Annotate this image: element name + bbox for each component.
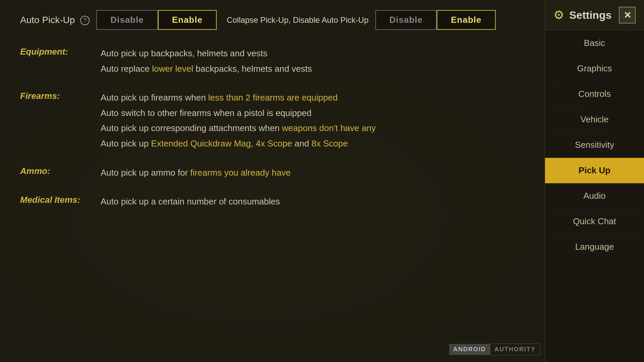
equipment-line-2: Auto replace lower level backpacks, helm… — [101, 62, 312, 76]
auto-pickup-label: Auto Pick-Up ? — [20, 15, 90, 25]
medical-info: Auto pick up a certain number of consuma… — [101, 195, 280, 209]
auto-pickup-enable-button[interactable]: Enable — [158, 10, 217, 30]
main-content: Auto Pick-Up ? Disable Enable Collapse P… — [0, 0, 545, 362]
auto-pickup-disable-button[interactable]: Disable — [96, 10, 158, 30]
auto-pickup-text: Auto Pick-Up — [20, 15, 75, 25]
watermark-android: ANDROID — [449, 344, 490, 355]
firearms-row: Firearms: Auto pick up firearms when les… — [20, 91, 524, 150]
firearms-line-1: Auto pick up firearms when less than 2 f… — [101, 91, 376, 105]
sidebar-item-controls[interactable]: Controls — [545, 81, 644, 107]
auto-pickup-group: Auto Pick-Up ? Disable Enable — [20, 10, 217, 30]
sidebar-item-vehicle[interactable]: Vehicle — [545, 107, 644, 132]
equipment-row: Equipment: Auto pick up backpacks, helme… — [20, 47, 524, 76]
close-button[interactable]: ✕ — [619, 7, 636, 23]
ammo-row: Ammo: Auto pick up ammo for firearms you… — [20, 166, 524, 180]
firearms-have-highlight: firearms you already have — [190, 168, 290, 178]
lower-level-highlight: lower level — [152, 64, 193, 74]
medical-section: Medical Items: Auto pick up a certain nu… — [20, 195, 524, 209]
extended-mag-highlight: Extended Quickdraw Mag, 4x Scope — [151, 138, 292, 148]
equipment-category: Equipment: — [20, 47, 87, 57]
equipment-line-1: Auto pick up backpacks, helmets and vest… — [101, 47, 312, 61]
medical-line-1: Auto pick up a certain number of consuma… — [101, 195, 280, 209]
ammo-category: Ammo: — [20, 166, 87, 176]
sidebar-item-pickup[interactable]: Pick Up — [545, 158, 644, 183]
top-controls-row: Auto Pick-Up ? Disable Enable Collapse P… — [20, 10, 524, 30]
medical-category: Medical Items: — [20, 195, 87, 205]
sidebar-item-language[interactable]: Language — [545, 234, 644, 260]
firearms-line-3: Auto pick up corresponding attachments w… — [101, 121, 376, 135]
collapse-pickup-group: Collapse Pick-Up, Disable Auto Pick-Up D… — [227, 10, 496, 30]
ammo-line-1: Auto pick up ammo for firearms you alrea… — [101, 166, 290, 180]
settings-title-group: ⚙ Settings — [553, 8, 611, 22]
ammo-section: Ammo: Auto pick up ammo for firearms you… — [20, 166, 524, 180]
sidebar-item-quick-chat[interactable]: Quick Chat — [545, 209, 644, 234]
watermark: ANDROID AUTHORITY — [449, 344, 540, 355]
sidebar-item-graphics[interactable]: Graphics — [545, 56, 644, 81]
auto-pickup-buttons: Disable Enable — [96, 10, 217, 30]
sidebar-item-basic[interactable]: Basic — [545, 31, 644, 56]
weapons-no-any-highlight: weapons don't have any — [282, 123, 376, 133]
8x-scope-highlight: 8x Scope — [312, 138, 348, 148]
equipment-info: Auto pick up backpacks, helmets and vest… — [101, 47, 312, 76]
sidebar-item-sensitivity[interactable]: Sensitivity — [545, 132, 644, 158]
collapse-pickup-label: Collapse Pick-Up, Disable Auto Pick-Up — [227, 15, 369, 25]
settings-title: Settings — [569, 9, 611, 21]
ammo-info: Auto pick up ammo for firearms you alrea… — [101, 166, 290, 180]
watermark-authority: AUTHORITY — [490, 344, 540, 355]
firearms-line-4: Auto pick up Extended Quickdraw Mag, 4x … — [101, 137, 376, 151]
firearms-info: Auto pick up firearms when less than 2 f… — [101, 91, 376, 150]
less-than-2-highlight: less than 2 firearms are equipped — [208, 93, 338, 103]
medical-row: Medical Items: Auto pick up a certain nu… — [20, 195, 524, 209]
firearms-line-2: Auto switch to other firearms when a pis… — [101, 106, 376, 120]
sidebar-item-audio[interactable]: Audio — [545, 183, 644, 209]
equipment-section: Equipment: Auto pick up backpacks, helme… — [20, 47, 524, 76]
collapse-pickup-disable-button[interactable]: Disable — [375, 10, 437, 30]
collapse-pickup-enable-button[interactable]: Enable — [437, 10, 495, 30]
gear-icon: ⚙ — [553, 8, 564, 22]
collapse-pickup-buttons: Disable Enable — [375, 10, 496, 30]
help-icon[interactable]: ? — [80, 16, 90, 25]
firearms-section: Firearms: Auto pick up firearms when les… — [20, 91, 524, 150]
settings-header: ⚙ Settings ✕ — [545, 0, 644, 31]
sidebar: ⚙ Settings ✕ Basic Graphics Controls Veh… — [545, 0, 644, 362]
firearms-category: Firearms: — [20, 91, 87, 101]
